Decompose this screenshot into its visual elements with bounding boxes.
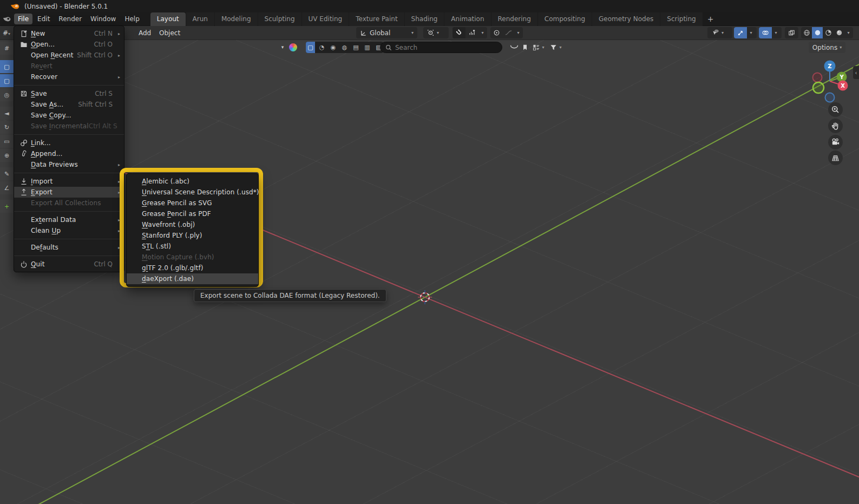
external-data-menu-item[interactable]: External Data▸ [14,214,124,225]
menubar-render[interactable]: Render [55,14,86,24]
material-shading-button[interactable] [823,27,834,38]
visibility-dropdown[interactable]: ▾ [707,27,732,38]
move-tool-icon[interactable]: ◄ [0,107,14,120]
blender-menu-logo-icon[interactable] [0,16,14,22]
wavefront-obj-menu-item[interactable]: Wavefront (.obj) [127,219,258,230]
proportional-editing-button[interactable] [490,27,502,38]
transform-tool-icon[interactable]: ⊕ [0,149,14,162]
daexport-dae-menu-item[interactable]: daeXport (.dae) [127,273,258,284]
tab-scripting[interactable]: Scripting [660,12,702,26]
tab-shading[interactable]: Shading [405,12,444,26]
menubar-file[interactable]: File [14,14,32,24]
curve-widget-icon[interactable] [508,42,521,53]
perspective-grid-button[interactable] [828,150,843,165]
display-mode-dropdown[interactable]: ▾ [530,42,547,53]
editor-type-button[interactable]: #▾ [1,28,12,38]
stanford-ply-ply-menu-item[interactable]: Stanford PLY (.ply) [127,230,258,241]
rotate-tool-icon[interactable]: ↻ [0,121,14,134]
new-menu-item[interactable]: NewCtrl N▸ [14,28,124,39]
tab-compositing[interactable]: Compositing [538,12,592,26]
annotate-tool-icon[interactable]: ✎ [0,167,14,180]
grease-pencil-as-svg-menu-item[interactable]: Grease Pencil as SVG [127,198,258,208]
open-recent-menu-item[interactable]: Open RecentShift Ctrl O▸ [14,50,124,61]
texture-paint-mode-icon[interactable]: ▤ [351,42,360,53]
falloff-curve-button[interactable] [502,27,514,38]
menubar-window[interactable]: Window [87,14,120,24]
snap-increment-button[interactable] [465,27,478,38]
paint-globe-mode-icon[interactable]: ◍ [340,42,349,53]
solid-shading-button[interactable] [812,27,823,38]
open-menu-item[interactable]: Open...Ctrl O [14,39,124,50]
defaults-menu-item[interactable]: Defaults▸ [14,242,124,253]
add-cube-tool-icon[interactable]: + [0,200,14,213]
viewport-menu-add[interactable]: Add [136,28,154,38]
gizmo-neg-y-ball[interactable] [813,82,824,93]
collection-chevron[interactable]: ▾ [278,42,287,53]
measure-tool-icon[interactable]: ∠ [0,181,14,194]
gltf-2-0-glb-gltf-menu-item[interactable]: glTF 2.0 (.glb/.gltf) [127,263,258,273]
pie-mode-icon[interactable]: ◔ [317,42,326,53]
tab-modeling[interactable]: Modeling [215,12,258,26]
overlays-chevron[interactable]: ▾ [772,27,780,38]
snapping-chevron[interactable]: ▾ [478,27,487,38]
import-menu-item[interactable]: Import▸ [14,176,124,187]
cursor-tool-icon[interactable]: ◎ [0,88,14,101]
sidebar-collapse-arrow[interactable]: ‹ [853,66,859,79]
editor-type-icon[interactable]: # [0,42,14,55]
save-copy-menu-item[interactable]: Save Copy... [14,110,124,121]
options-button[interactable]: Options▾ [809,42,845,53]
tab-sculpting[interactable]: Sculpting [258,12,301,26]
data-previews-menu-item[interactable]: Data Previews▸ [14,159,124,170]
proportional-chevron[interactable]: ▾ [514,27,522,38]
transform-orientation-dropdown[interactable]: Global ▾ [356,27,417,38]
navigation-gizmo[interactable]: Z Y X [808,58,851,105]
export-menu-item[interactable]: Export▸ [14,187,124,198]
recover-menu-item[interactable]: Recover▸ [14,71,124,82]
camera-view-button[interactable] [828,135,843,149]
tab-geometry-nodes[interactable]: Geometry Nodes [592,12,660,26]
weight-paint-mode-icon[interactable]: ▥ [363,42,372,53]
gizmo-neg-z-ball[interactable] [825,93,835,102]
search-bar[interactable] [380,42,502,53]
append-menu-item[interactable]: Append... [14,148,124,159]
link-menu-item[interactable]: Link... [14,138,124,148]
sculpt-mode-icon[interactable]: ◉ [329,42,338,53]
tweak-tool-icon[interactable]: ▢ [0,74,14,87]
gizmos-chevron[interactable]: ▾ [747,27,755,38]
tab-animation[interactable]: Animation [444,12,490,26]
tab-texture-paint[interactable]: Texture Paint [349,12,404,26]
scale-tool-icon[interactable]: ▭ [0,135,14,148]
material-ball-icon[interactable] [288,42,298,53]
select-box-tool-icon[interactable]: ▢ [0,60,14,73]
add-workspace-button[interactable]: + [703,15,719,23]
gizmos-toggle-button[interactable] [734,27,747,38]
filter-dropdown[interactable]: ▾ [548,42,564,53]
search-input[interactable] [395,44,493,51]
save-menu-item[interactable]: SaveCtrl S [14,88,124,99]
tab-rendering[interactable]: Rendering [491,12,537,26]
shading-chevron[interactable]: ▾ [844,27,853,38]
rendered-shading-button[interactable] [834,27,844,38]
pan-hand-button[interactable] [828,119,843,133]
stl-stl-menu-item[interactable]: STL (.stl) [127,241,258,252]
grease-pencil-as-pdf-menu-item[interactable]: Grease Pencil as PDF [127,208,258,219]
zoom-button[interactable] [828,102,843,117]
save-as-menu-item[interactable]: Save As...Shift Ctrl S [14,99,124,110]
snap-target-dropdown[interactable]: ▾ [423,27,449,38]
menubar-edit[interactable]: Edit [34,14,54,24]
overlays-toggle-button[interactable] [759,27,772,38]
gizmo-neg-x-ball[interactable] [813,73,822,82]
quit-menu-item[interactable]: QuitCtrl Q [14,259,124,270]
wireframe-shading-button[interactable] [801,27,812,38]
viewport-menu-object[interactable]: Object [156,28,183,38]
clean-up-menu-item[interactable]: Clean Up▸ [14,225,124,236]
magnet-toggle-button[interactable] [453,27,465,38]
alembic-abc-menu-item[interactable]: Alembic (.abc) [127,176,258,187]
bookmark-icon[interactable] [521,42,529,53]
tab-layout[interactable]: Layout [150,12,186,26]
object-select-mode-icon[interactable]: ▢ [306,42,315,53]
menubar-help[interactable]: Help [121,14,143,24]
tab-uv-editing[interactable]: UV Editing [302,12,349,26]
xray-toggle-button[interactable] [785,27,798,38]
tab-arun[interactable]: Arun [186,12,214,26]
